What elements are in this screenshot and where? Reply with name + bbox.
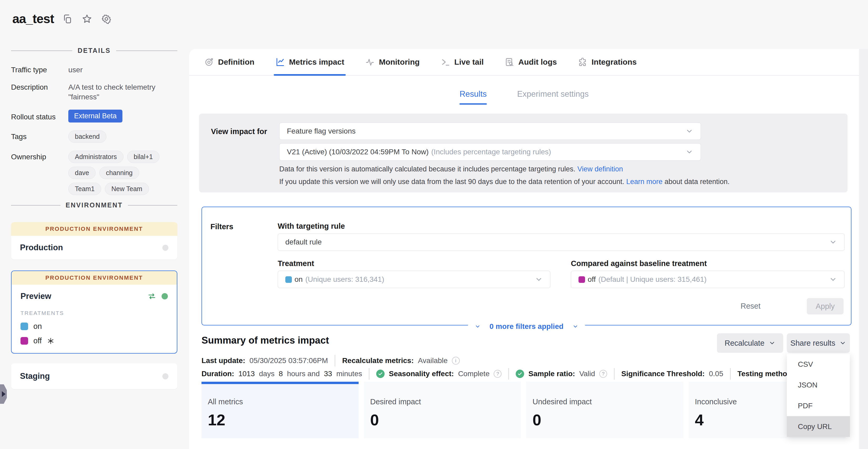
check-circle-icon (516, 369, 524, 378)
seasonality-value: Complete (458, 369, 490, 378)
filters-section: Filters With targeting rule default rule… (202, 207, 851, 325)
reset-button[interactable]: Reset (741, 302, 761, 310)
owner-chip[interactable]: bilal+1 (127, 151, 159, 163)
card-label: All metrics (208, 397, 352, 406)
retention-info-line: If you update this version we will only … (279, 178, 730, 186)
chevron-down-icon (829, 275, 837, 283)
copy-icon[interactable] (62, 13, 73, 25)
tab-label: Integrations (592, 58, 637, 66)
treatment-row-off: off (21, 336, 168, 345)
treatment-off-swatch (579, 276, 585, 283)
summary-info-line-1: Last update: 05/30/2025 03:57:06PM Recal… (202, 355, 460, 366)
baseline-treatment-dropdown[interactable]: off (Default | Unique users: 315,461) (571, 271, 845, 288)
summary-title: Summary of metrics impact (202, 335, 329, 346)
tab-audit-logs[interactable]: Audit logs (505, 49, 557, 75)
version-info-text: Data for this version is automatically c… (279, 165, 575, 173)
production-environment-banner: PRODUCTION ENVIRONMENT (11, 222, 177, 236)
status-dot-green (161, 293, 168, 299)
baseline-treatment-label: Compared against baseline treatment (571, 259, 707, 268)
sidebar-collapse-handle[interactable] (0, 384, 7, 404)
share-results-button[interactable]: Share results (787, 333, 850, 353)
tab-metrics-impact[interactable]: Metrics impact (275, 49, 344, 75)
environment-name: Production (20, 243, 63, 252)
divider (335, 355, 335, 366)
environment-card-staging[interactable]: Staging (11, 363, 177, 389)
help-icon[interactable]: ? (599, 370, 607, 378)
menu-item-csv[interactable]: CSV (787, 354, 850, 375)
environment-card-production[interactable]: PRODUCTION ENVIRONMENT Production (11, 222, 177, 260)
divider-line (128, 205, 177, 206)
rollout-status-badge[interactable]: External Beta (68, 110, 122, 122)
treatment-dropdown[interactable]: on (Unique users: 316,341) (278, 271, 550, 288)
details-heading: DETAILS (78, 47, 111, 54)
check-circle-icon (376, 369, 384, 378)
scrollbar-track[interactable] (859, 49, 868, 449)
targeting-rule-value: default rule (285, 238, 322, 246)
subtab-results[interactable]: Results (460, 89, 487, 104)
divider (730, 368, 731, 380)
filters-label: Filters (211, 222, 233, 231)
menu-item-copy-url[interactable]: Copy URL (787, 416, 850, 437)
version-dropdown[interactable]: V21 (Active) (10/03/2022 04:59PM To Now)… (279, 143, 701, 160)
metric-summary-cards: All metrics 12 Desired impact 0 Undesire… (202, 382, 846, 438)
star-icon[interactable] (81, 13, 93, 25)
card-undesired-impact[interactable]: Undesired impact 0 (526, 382, 683, 438)
document-search-icon (505, 57, 514, 67)
seasonality-label: Seasonality effect: (389, 369, 454, 378)
pulse-icon (365, 57, 375, 67)
card-desired-impact[interactable]: Desired impact 0 (364, 382, 521, 438)
tab-integrations[interactable]: Integrations (578, 49, 637, 75)
targeting-rule-dropdown[interactable]: default rule (278, 234, 845, 251)
version-info-line: Data for this version is automatically c… (279, 165, 623, 173)
traffic-type-value: user (68, 65, 83, 74)
line-chart-icon (275, 57, 285, 67)
results-subtabs: Results Experiment settings (189, 89, 859, 104)
duration-minutes-number: 33 (324, 369, 332, 378)
puzzle-icon (578, 57, 587, 67)
chevron-down-icon (572, 324, 578, 329)
duration-hours-word: hours and (287, 369, 320, 378)
card-label: Desired impact (370, 397, 515, 406)
tag-chip[interactable]: backend (68, 130, 106, 143)
info-icon[interactable]: i (452, 357, 460, 365)
apply-button[interactable]: Apply (807, 298, 843, 315)
owner-chip[interactable]: Administrators (68, 151, 123, 163)
owner-chip[interactable]: New Team (105, 183, 149, 195)
tab-label: Monitoring (379, 58, 420, 66)
menu-item-pdf[interactable]: PDF (787, 395, 850, 416)
impact-type-dropdown[interactable]: Feature flag versions (279, 122, 701, 140)
treatment-off-swatch (21, 337, 28, 345)
default-treatment-asterisk-icon (47, 337, 54, 345)
recalculate-button[interactable]: Recalculate (717, 333, 783, 353)
gear-icon[interactable] (101, 13, 112, 25)
more-filters-toggle[interactable]: 0 more filters applied (468, 322, 585, 331)
owner-chip[interactable]: Team1 (68, 183, 101, 195)
subtab-experiment-settings[interactable]: Experiment settings (517, 89, 589, 104)
tab-live-tail[interactable]: Live tail (440, 49, 484, 75)
view-definition-link[interactable]: View definition (578, 165, 623, 173)
environment-card-preview[interactable]: PRODUCTION ENVIRONMENT Preview TREATMENT… (11, 270, 177, 354)
recalculate-label: Recalculate (724, 339, 765, 348)
card-all-metrics[interactable]: All metrics 12 (202, 382, 359, 438)
environment-name: Preview (21, 292, 51, 301)
chevron-down-icon (829, 238, 837, 246)
environment-heading: ENVIRONMENT (66, 201, 123, 209)
tab-definition[interactable]: Definition (205, 49, 254, 75)
sample-ratio-label: Sample ratio: (528, 369, 575, 378)
view-impact-label: View impact for (211, 127, 267, 136)
menu-item-json[interactable]: JSON (787, 375, 850, 395)
environment-name: Staging (20, 371, 50, 381)
tab-monitoring[interactable]: Monitoring (365, 49, 420, 75)
treatment-name: off (33, 336, 42, 345)
owner-chip[interactable]: channing (99, 167, 139, 179)
owner-chip[interactable]: dave (68, 167, 96, 179)
baseline-value: off (588, 275, 596, 283)
learn-more-link[interactable]: Learn more (626, 178, 662, 186)
recalculate-metrics-label: Recalculate metrics: (342, 356, 413, 365)
ownership-label: Ownership (11, 151, 68, 195)
page-header: aa_test (12, 11, 112, 26)
treatment-row-on: on (21, 322, 168, 331)
card-value: 0 (532, 411, 677, 429)
rollout-status-label: Rollout status (11, 110, 68, 122)
help-icon[interactable]: ? (494, 370, 501, 378)
